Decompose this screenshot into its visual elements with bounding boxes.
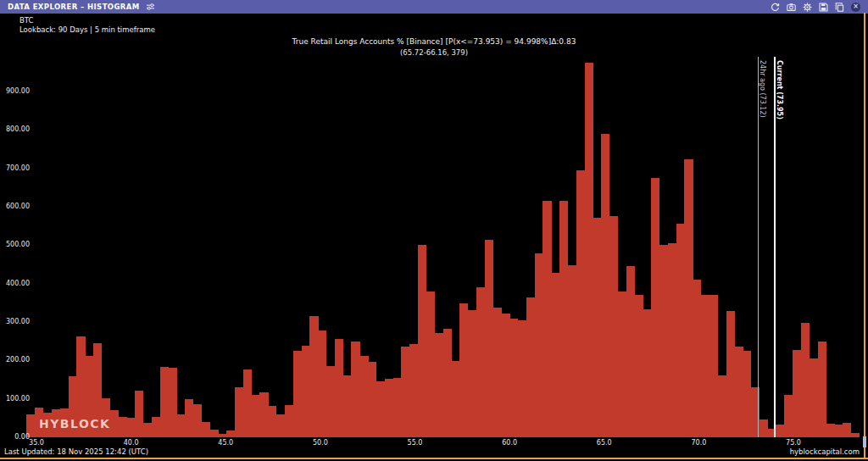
histogram-bar[interactable]	[110, 410, 119, 437]
histogram-bar[interactable]	[851, 433, 860, 437]
histogram-bar[interactable]	[209, 430, 218, 437]
histogram-bar[interactable]	[368, 362, 376, 437]
histogram-bar[interactable]	[659, 245, 668, 437]
histogram-bar[interactable]	[492, 308, 501, 437]
scrollbar-thumb[interactable]	[863, 436, 866, 447]
histogram-bar[interactable]	[293, 351, 302, 437]
histogram-bar[interactable]	[826, 424, 834, 437]
histogram-bar[interactable]	[193, 404, 202, 437]
histogram-bar[interactable]	[609, 216, 618, 437]
histogram-bar[interactable]	[551, 273, 559, 437]
histogram-bar[interactable]	[568, 265, 576, 437]
histogram-bar[interactable]	[226, 430, 235, 437]
histogram-bar[interactable]	[393, 378, 402, 437]
histogram-bar[interactable]	[285, 405, 293, 437]
histogram-bar[interactable]	[709, 295, 718, 437]
refresh-icon[interactable]	[771, 3, 780, 12]
histogram-bar[interactable]	[335, 339, 343, 437]
histogram-bar[interactable]	[426, 292, 435, 437]
histogram-bar[interactable]	[701, 295, 709, 437]
histogram-bar[interactable]	[202, 422, 210, 437]
histogram-bar[interactable]	[118, 417, 126, 437]
settings-icon[interactable]	[803, 3, 812, 12]
histogram-bar[interactable]	[834, 425, 843, 437]
histogram-bar[interactable]	[601, 134, 609, 437]
histogram-bar[interactable]	[668, 243, 676, 437]
histogram-bar[interactable]	[218, 434, 226, 437]
histogram-bar[interactable]	[160, 367, 169, 437]
histogram-bar[interactable]	[535, 253, 543, 437]
histogram-bar[interactable]	[135, 391, 143, 437]
histogram-bar[interactable]	[684, 159, 693, 437]
histogram-bar[interactable]	[268, 406, 276, 437]
histogram-bar[interactable]	[451, 361, 459, 437]
histogram-bar[interactable]	[743, 351, 751, 437]
screenshot-icon[interactable]	[787, 3, 796, 12]
histogram-bar[interactable]	[243, 369, 252, 437]
histogram-bar[interactable]	[818, 342, 826, 437]
x-axis-tick-label: 55.0	[408, 439, 423, 447]
histogram-bar[interactable]	[351, 342, 359, 437]
histogram-bar[interactable]	[776, 425, 784, 437]
histogram-bar[interactable]	[542, 201, 551, 437]
histogram-bar[interactable]	[726, 311, 735, 437]
histogram-bar[interactable]	[359, 356, 368, 437]
histogram-bar[interactable]	[418, 245, 426, 437]
histogram-bar[interactable]	[526, 297, 535, 437]
histogram-bar[interactable]	[168, 368, 176, 437]
histogram-bar[interactable]	[793, 350, 801, 437]
histogram-bar[interactable]	[693, 280, 701, 437]
histogram-bar[interactable]	[376, 381, 385, 437]
histogram-bar[interactable]	[559, 201, 568, 437]
histogram-bar[interactable]	[401, 347, 409, 437]
histogram-bar[interactable]	[760, 419, 768, 437]
histogram-bar[interactable]	[618, 292, 626, 437]
histogram-bar[interactable]	[302, 346, 310, 437]
histogram-bar[interactable]	[409, 344, 418, 437]
histogram-bar[interactable]	[276, 414, 285, 437]
histogram-bar[interactable]	[476, 287, 485, 437]
histogram-bar[interactable]	[252, 395, 260, 437]
histogram-bar[interactable]	[485, 240, 493, 437]
histogram-bar[interactable]	[343, 375, 352, 437]
histogram-bar[interactable]	[459, 303, 468, 437]
tune-icon[interactable]	[146, 3, 155, 12]
histogram-bar[interactable]	[843, 423, 851, 437]
histogram-bar[interactable]	[385, 379, 393, 437]
histogram-bar[interactable]	[676, 224, 685, 437]
histogram-bar[interactable]	[152, 417, 160, 437]
histogram-bar[interactable]	[309, 316, 318, 437]
histogram-bar[interactable]	[593, 218, 601, 437]
histogram-plot[interactable]: 0.00100.00200.00300.00400.00500.00600.00…	[0, 0, 868, 461]
histogram-bar[interactable]	[176, 414, 185, 437]
histogram-bar[interactable]	[634, 295, 643, 437]
histogram-bar[interactable]	[235, 387, 243, 437]
histogram-bar[interactable]	[718, 375, 726, 437]
histogram-bar[interactable]	[509, 319, 518, 437]
close-icon[interactable]: ×	[851, 3, 860, 12]
histogram-bar[interactable]	[126, 418, 135, 437]
histogram-bar[interactable]	[326, 366, 335, 437]
histogram-bar[interactable]	[626, 266, 635, 437]
y-axis-tick-label: 0.00	[6, 433, 30, 441]
histogram-bar[interactable]	[501, 314, 509, 437]
histogram-bar[interactable]	[734, 347, 743, 437]
histogram-bar[interactable]	[643, 309, 651, 437]
histogram-bar[interactable]	[435, 333, 443, 437]
histogram-bar[interactable]	[443, 329, 452, 437]
copy-icon[interactable]	[835, 3, 844, 12]
histogram-bar[interactable]	[468, 310, 476, 437]
y-axis-tick-label: 900.00	[6, 87, 30, 95]
histogram-bar[interactable]	[585, 63, 593, 437]
histogram-bar[interactable]	[810, 358, 818, 437]
histogram-bar[interactable]	[185, 399, 193, 437]
histogram-bar[interactable]	[801, 323, 810, 437]
histogram-bar[interactable]	[143, 423, 152, 437]
save-icon[interactable]	[819, 3, 828, 12]
histogram-bar[interactable]	[518, 320, 526, 437]
histogram-bar[interactable]	[318, 330, 326, 437]
histogram-bar[interactable]	[784, 395, 793, 437]
histogram-bar[interactable]	[576, 170, 585, 437]
histogram-bar[interactable]	[259, 392, 268, 437]
histogram-bar[interactable]	[651, 178, 659, 437]
